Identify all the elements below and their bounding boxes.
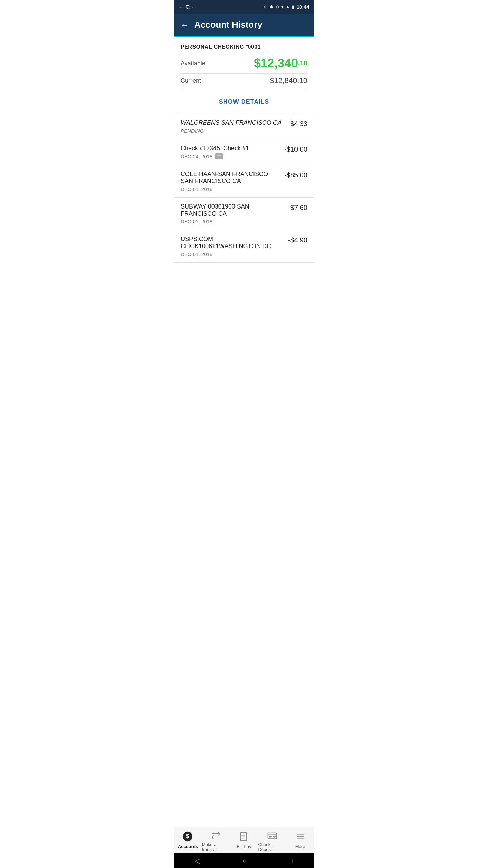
transaction-info: WALGREENS SAN FRANCISCO CA PENDING — [181, 119, 288, 134]
account-summary: PERSONAL CHECKING *0001 Available $12,34… — [174, 37, 314, 114]
signal-icon: ▲ — [286, 4, 290, 9]
transaction-item[interactable]: USPS.COM CLICK100611WASHINGTON DC DEC 01… — [174, 230, 314, 263]
available-amount-main: $12,340 — [254, 56, 298, 70]
transaction-item[interactable]: WALGREENS SAN FRANCISCO CA PENDING -$4.3… — [174, 114, 314, 139]
status-time: 10:44 — [297, 4, 309, 10]
transaction-item[interactable]: COLE HAAN-SAN FRANCISCO SAN FRANCISCO CA… — [174, 165, 314, 198]
transaction-info: USPS.COM CLICK100611WASHINGTON DC DEC 01… — [181, 236, 288, 257]
transaction-info: Check #12345: Check #1 DEC 24, 2018 ≡≡ — [181, 145, 284, 159]
transaction-date: PENDING — [181, 128, 285, 134]
transaction-name: COLE HAAN-SAN FRANCISCO SAN FRANCISCO CA — [181, 171, 281, 185]
transaction-amount: -$4.33 — [288, 119, 307, 128]
available-balance-row: Available $12,340.10 — [181, 56, 307, 74]
transaction-amount: -$4.90 — [288, 236, 307, 244]
account-name: PERSONAL CHECKING *0001 — [181, 44, 307, 50]
status-right-icons: ⊕ ✱ ⊖ ▾ ▲ ▮ 10:44 — [264, 4, 309, 10]
image-icon: 🖼 — [185, 4, 190, 9]
transaction-list: WALGREENS SAN FRANCISCO CA PENDING -$4.3… — [174, 114, 314, 263]
transaction-item[interactable]: SUBWAY 00301960 SAN FRANCISCO CA DEC 01,… — [174, 198, 314, 230]
transaction-name: WALGREENS SAN FRANCISCO CA — [181, 119, 285, 126]
available-label: Available — [181, 60, 205, 67]
transaction-amount: -$85.00 — [284, 171, 307, 179]
transaction-amount: -$7.60 — [288, 203, 307, 212]
transaction-date: DEC 24, 2018 ≡≡ — [181, 153, 281, 159]
transaction-date: DEC 01, 2018 — [181, 251, 285, 257]
current-amount: $12,840.10 — [270, 76, 307, 85]
transaction-date: DEC 01, 2018 — [181, 186, 281, 192]
minus-icon: ⊖ — [276, 4, 279, 9]
transaction-name: Check #12345: Check #1 — [181, 145, 281, 152]
status-bar: ···· 🖼 ··· ⊕ ✱ ⊖ ▾ ▲ ▮ 10:44 — [174, 0, 314, 14]
signal-dots: ···· — [179, 4, 183, 9]
bluetooth-icon: ✱ — [270, 4, 273, 9]
transaction-info: SUBWAY 00301960 SAN FRANCISCO CA DEC 01,… — [181, 203, 288, 224]
current-balance-row: Current $12,840.10 — [181, 76, 307, 88]
sync-icon: ⊕ — [264, 4, 268, 9]
signal-dots2: ··· — [192, 4, 196, 9]
transaction-name: SUBWAY 00301960 SAN FRANCISCO CA — [181, 203, 285, 217]
wifi-icon: ▾ — [281, 4, 284, 9]
battery-icon: ▮ — [292, 4, 294, 9]
check-image-icon: ≡≡ — [215, 153, 223, 159]
available-amount: $12,340.10 — [254, 56, 307, 71]
show-details-button[interactable]: SHOW DETAILS — [181, 94, 307, 110]
transaction-amount: -$10.00 — [284, 145, 307, 153]
page-title: Account History — [194, 20, 262, 30]
transaction-info: COLE HAAN-SAN FRANCISCO SAN FRANCISCO CA… — [181, 171, 284, 192]
transaction-date: DEC 01, 2018 — [181, 219, 285, 224]
available-amount-cents: .10 — [298, 59, 307, 67]
transaction-item[interactable]: Check #12345: Check #1 DEC 24, 2018 ≡≡ -… — [174, 139, 314, 165]
transaction-name: USPS.COM CLICK100611WASHINGTON DC — [181, 236, 285, 250]
current-label: Current — [181, 77, 201, 84]
back-button[interactable]: ← — [181, 20, 189, 30]
header: ← Account History — [174, 14, 314, 37]
status-left-icons: ···· 🖼 ··· — [179, 4, 196, 9]
